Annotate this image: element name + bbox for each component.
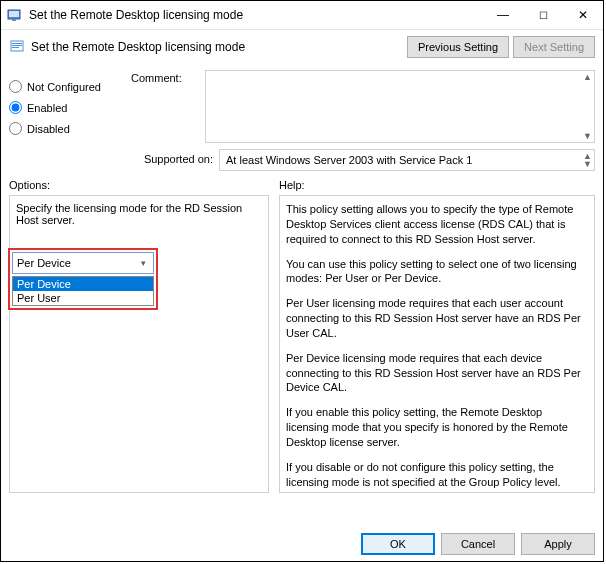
help-text: Per User licensing mode requires that ea… [286,296,588,341]
svg-rect-2 [12,19,16,21]
window-title: Set the Remote Desktop licensing mode [29,8,483,22]
radio-disabled[interactable]: Disabled [9,122,127,135]
minimize-button[interactable]: — [483,1,523,29]
next-setting-button[interactable]: Next Setting [513,36,595,58]
scroll-up-icon[interactable]: ▲ [583,72,592,82]
scroll-down-icon[interactable]: ▼ [583,131,592,141]
app-icon [7,7,23,23]
supported-label: Supported on: [131,149,219,171]
state-radio-group: Not Configured Enabled Disabled [9,64,127,143]
dropdown-option-per-user[interactable]: Per User [13,291,153,305]
options-label: Options: [9,179,269,191]
footer-buttons: OK Cancel Apply [361,533,595,555]
help-pane: This policy setting allows you to specif… [279,195,595,493]
apply-button[interactable]: Apply [521,533,595,555]
chevron-down-icon: ▾ [136,256,150,270]
cancel-button[interactable]: Cancel [441,533,515,555]
help-text: You can use this policy setting to selec… [286,257,588,287]
supported-field: At least Windows Server 2003 with Servic… [219,149,595,171]
radio-enabled[interactable]: Enabled [9,101,127,114]
comment-field[interactable]: ▲ ▼ [205,70,595,143]
toolbar: Set the Remote Desktop licensing mode Pr… [1,30,603,60]
close-button[interactable]: ✕ [563,1,603,29]
dropdown-list: Per Device Per User [12,276,154,306]
help-text: This policy setting allows you to specif… [286,202,588,247]
previous-setting-button[interactable]: Previous Setting [407,36,509,58]
svg-rect-6 [12,47,19,48]
help-text: Per Device licensing mode requires that … [286,351,588,396]
specify-text: Specify the licensing mode for the RD Se… [16,202,262,226]
svg-rect-5 [12,45,22,46]
ok-button[interactable]: OK [361,533,435,555]
licensing-mode-dropdown-highlight: Per Device ▾ Per Device Per User [8,248,158,310]
scroll-down-icon[interactable]: ▼ [583,159,592,169]
policy-title: Set the Remote Desktop licensing mode [31,40,403,54]
help-label: Help: [279,179,595,191]
policy-icon [9,39,25,55]
dropdown-option-per-device[interactable]: Per Device [13,277,153,291]
title-bar: Set the Remote Desktop licensing mode — … [1,1,603,30]
dropdown-value: Per Device [17,257,71,269]
options-pane: Specify the licensing mode for the RD Se… [9,195,269,493]
help-text: If you enable this policy setting, the R… [286,405,588,450]
svg-rect-4 [12,43,22,44]
comment-label: Comment: [131,64,201,143]
radio-not-configured[interactable]: Not Configured [9,80,127,93]
help-text: If you disable or do not configure this … [286,460,588,490]
licensing-mode-dropdown[interactable]: Per Device ▾ [12,252,154,274]
svg-rect-1 [9,11,19,17]
maximize-button[interactable]: ☐ [523,1,563,29]
